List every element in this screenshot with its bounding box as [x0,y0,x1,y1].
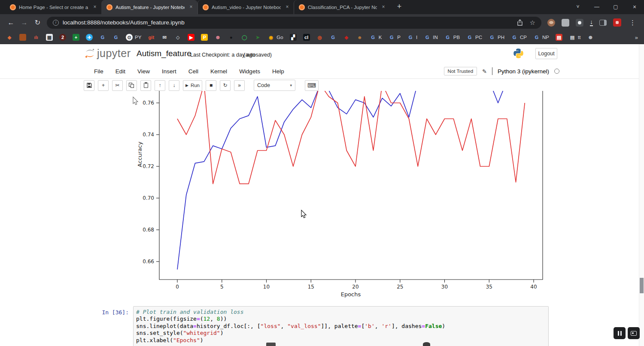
restart-run-all-button[interactable]: » [234,80,245,91]
bookmark-item[interactable]: GPB [444,34,460,41]
bookmark-item[interactable]: GPC [466,34,482,41]
jupyter-logo[interactable]: jupyter [84,47,131,60]
edit-title-pencil-icon[interactable]: ✎ [482,68,487,75]
bookmark-item[interactable]: GPH [489,34,504,41]
picture-in-picture-button[interactable] [628,327,640,339]
trust-status-button[interactable]: Not Trusted [444,67,477,75]
interrupt-kernel-button[interactable]: ■ [206,80,216,91]
tab-close-icon[interactable]: × [188,4,194,11]
notebook-title[interactable]: Autism_feature [137,49,191,58]
media-pause-button[interactable] [614,327,626,339]
copy-cell-button[interactable] [126,80,137,91]
bookmark-item[interactable]: 2 [59,34,66,41]
bookmark-item[interactable]: + [73,34,79,41]
bookmark-item[interactable]: G [112,34,119,41]
page-scrollbar[interactable] [639,44,644,346]
bookmark-star-icon[interactable]: ☆ [530,19,535,27]
bookmark-item[interactable]: ☻ [356,34,363,41]
add-cell-button[interactable]: + [98,80,109,91]
bookmark-item[interactable]: ✉ [161,34,168,41]
bookmark-item[interactable]: GCP [511,34,527,41]
cut-cell-button[interactable]: ✂ [112,80,123,91]
profile-avatar[interactable] [613,18,621,27]
bookmark-item[interactable]: ▤tt [569,34,580,41]
menu-edit[interactable]: Edit [109,68,131,75]
bookmark-item[interactable]: ılı [33,34,39,41]
browser-tab[interactable]: Autism_feature - Jupyter Notebo× [101,0,197,14]
bookmark-item[interactable]: ▞ [290,34,297,41]
bookmark-item[interactable]: G [99,34,106,41]
bookmark-item[interactable]: ✈ [86,34,93,41]
bookmark-item[interactable]: ⊙PY [126,34,141,41]
bookmark-item[interactable]: GNP [533,34,549,41]
share-icon[interactable] [517,19,523,26]
code-editor[interactable]: # Plot train and validation lossplt.figu… [136,309,546,344]
logout-button[interactable]: Logout [535,48,557,59]
menu-file[interactable]: File [88,68,109,75]
extension-monkey-icon[interactable] [547,19,555,27]
bookmark-item[interactable]: git [148,34,155,41]
bookmark-item[interactable]: ◯ [241,34,248,41]
cell-type-dropdown[interactable]: Code ▾ [254,80,295,91]
new-tab-button[interactable]: + [394,2,404,11]
menu-view[interactable]: View [131,68,156,75]
menu-insert[interactable]: Insert [156,68,182,75]
bookmark-item[interactable]: ▤ [556,34,562,41]
browser-tab[interactable]: Autism_video - Jupyter Noteboo× [197,0,294,14]
bookmark-item[interactable]: ▦ [46,34,53,41]
bookmark-label: PH [498,35,504,40]
restart-kernel-button[interactable]: ↻ [220,80,231,91]
minimize-button[interactable]: — [587,4,606,10]
command-palette-button[interactable]: ⌨ [305,80,319,91]
extension-dark-icon[interactable] [576,19,583,27]
bookmark-item[interactable]: ● [228,34,234,41]
bookmark-item[interactable]: GI [407,34,417,41]
tab-close-icon[interactable]: × [284,4,291,11]
bookmark-item[interactable]: ➤ [254,34,261,41]
address-bar[interactable]: i localhost:8888/notebooks/Autism_featur… [47,17,541,29]
downloads-icon[interactable]: ↓ [590,19,593,26]
close-window-button[interactable]: × [625,3,644,10]
bookmark-item[interactable]: ◆ [6,34,13,41]
bookmark-item[interactable]: GIN [424,34,438,41]
bookmark-item[interactable]: ◇ [174,34,181,41]
move-cell-down-button[interactable]: ↓ [169,80,179,91]
save-button[interactable] [84,80,94,91]
back-button[interactable]: ← [4,19,18,27]
side-panel-icon[interactable] [599,20,607,26]
paste-cell-button[interactable] [140,80,151,91]
bookmark-item[interactable]: GP [388,34,401,41]
scrollbar-thumb[interactable] [640,278,644,293]
bookmark-item[interactable]: ◆ [343,34,350,41]
tab-close-icon[interactable]: × [380,4,387,11]
browser-tab[interactable]: Home Page - Select or create a n× [5,0,101,14]
bookmark-item[interactable]: ⊕ [587,34,594,41]
bookmark-item[interactable]: ◎ [316,34,323,41]
bookmark-item[interactable] [19,34,26,41]
bookmark-favicon: 2 [59,34,66,41]
site-info-icon[interactable]: i [53,20,59,26]
menu-cell[interactable]: Cell [182,68,204,75]
forward-button[interactable]: → [18,19,31,27]
bookmark-item[interactable]: G [330,34,337,41]
extension-gray-icon[interactable] [562,19,569,27]
maximize-button[interactable]: ▢ [606,4,625,10]
move-cell-up-button[interactable]: ↑ [155,80,165,91]
browser-menu-icon[interactable]: ⋮ [628,19,638,27]
bookmark-item[interactable]: ⊛ [214,34,221,41]
bookmarks-overflow-icon[interactable]: » [635,34,638,41]
bookmark-item[interactable]: ▶ [188,34,194,41]
reload-button[interactable]: ↻ [31,18,44,27]
run-cell-button[interactable]: ▶Run [183,80,202,91]
menu-widgets[interactable]: Widgets [233,68,266,75]
tab-close-icon[interactable]: × [91,4,98,11]
menu-help[interactable]: Help [266,68,290,75]
tab-search-chevron-icon[interactable]: ˅ [568,4,587,10]
bookmark-item[interactable]: P [201,34,208,41]
menu-kernel[interactable]: Kernel [204,68,233,75]
bookmark-item[interactable]: ◉Go [267,34,283,41]
bookmark-item[interactable]: GK [370,34,382,41]
bookmark-item[interactable]: cl [303,34,310,41]
browser-tab[interactable]: Classification_PCA - Jupyter Not× [294,0,390,14]
code-cell[interactable]: # Plot train and validation lossplt.figu… [133,306,549,346]
